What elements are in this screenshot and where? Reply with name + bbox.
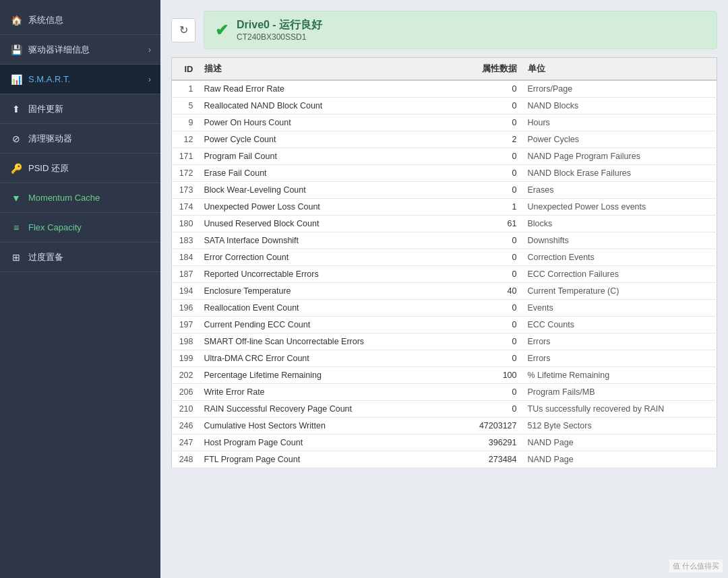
table-row: 248FTL Program Page Count273484NAND Page bbox=[172, 451, 717, 468]
main-content: ↻ ✔ Drive0 - 运行良好 CT240BX300SSD1 ID 描述 属… bbox=[160, 0, 728, 578]
cell-id: 194 bbox=[172, 283, 199, 300]
table-row: 198SMART Off-line Scan Uncorrectable Err… bbox=[172, 333, 717, 350]
chevron-right-icon: › bbox=[148, 45, 151, 55]
table-row: 12Power Cycle Count2Power Cycles bbox=[172, 131, 717, 148]
table-row: 206Write Error Rate0Program Fails/MB bbox=[172, 384, 717, 401]
sidebar-icon-driver-details: 💾 bbox=[9, 44, 23, 55]
table-row: 184Error Correction Count0Correction Eve… bbox=[172, 249, 717, 266]
cell-desc: Block Wear-Leveling Count bbox=[199, 182, 455, 199]
sidebar-icon-over-provision: ⊞ bbox=[9, 252, 23, 263]
cell-unit: Hours bbox=[522, 115, 717, 131]
cell-value: 0 bbox=[455, 317, 522, 333]
sidebar-icon-smart: 📊 bbox=[9, 74, 23, 85]
cell-value: 0 bbox=[455, 249, 522, 266]
cell-desc: Host Program Page Count bbox=[199, 435, 455, 451]
cell-value: 0 bbox=[455, 182, 522, 199]
sidebar-label-driver-details: 驱动器详细信息 bbox=[28, 44, 148, 56]
drive-model: CT240BX300SSD1 bbox=[237, 32, 322, 42]
smart-table: ID 描述 属性数据 单位 1Raw Read Error Rate0Error… bbox=[171, 57, 717, 468]
cell-desc: Program Fail Count bbox=[199, 148, 455, 165]
sidebar-label-flex-capacity: Flex Capacity bbox=[28, 222, 151, 232]
cell-desc: SATA Interface Downshift bbox=[199, 232, 455, 249]
cell-value: 0 bbox=[455, 115, 522, 131]
cell-id: 174 bbox=[172, 199, 199, 216]
cell-unit: Program Fails/MB bbox=[522, 384, 717, 401]
table-row: 171Program Fail Count0NAND Page Program … bbox=[172, 148, 717, 165]
cell-value: 0 bbox=[455, 148, 522, 165]
sidebar: 🏠系统信息💾驱动器详细信息›📊S.M.A.R.T.›⬆固件更新⊘清理驱动器🔑PS… bbox=[0, 0, 160, 578]
cell-id: 246 bbox=[172, 418, 199, 435]
cell-id: 187 bbox=[172, 266, 199, 283]
cell-value: 0 bbox=[455, 401, 522, 418]
cell-unit: NAND Block Erase Failures bbox=[522, 165, 717, 182]
cell-unit: NAND Page bbox=[522, 451, 717, 468]
sidebar-item-smart[interactable]: 📊S.M.A.R.T.› bbox=[0, 65, 160, 94]
chevron-right-icon: › bbox=[148, 75, 151, 84]
cell-unit: Unexpected Power Loss events bbox=[522, 199, 717, 216]
cell-id: 184 bbox=[172, 249, 199, 266]
cell-value: 0 bbox=[455, 98, 522, 115]
cell-unit: Power Cycles bbox=[522, 131, 717, 148]
table-row: 172Erase Fail Count0NAND Block Erase Fai… bbox=[172, 165, 717, 182]
cell-id: 172 bbox=[172, 165, 199, 182]
cell-desc: Reported Uncorrectable Errors bbox=[199, 266, 455, 283]
sidebar-item-momentum-cache[interactable]: ▼Momentum Cache bbox=[0, 183, 160, 213]
sidebar-icon-firmware: ⬆ bbox=[9, 104, 23, 115]
table-header: ID 描述 属性数据 单位 bbox=[172, 58, 717, 81]
cell-unit: Downshifts bbox=[522, 232, 717, 249]
sidebar-item-over-provision[interactable]: ⊞过度置备 bbox=[0, 243, 160, 272]
table-row: 194Enclosure Temperature40Current Temper… bbox=[172, 283, 717, 300]
cell-unit: NAND Page Program Failures bbox=[522, 148, 717, 165]
cell-value: 61 bbox=[455, 216, 522, 232]
sidebar-label-momentum-cache: Momentum Cache bbox=[28, 193, 151, 203]
drive-status-title: Drive0 - 运行良好 bbox=[237, 18, 322, 32]
status-check-icon: ✔ bbox=[215, 21, 229, 40]
cell-unit: ECC Correction Failures bbox=[522, 266, 717, 283]
sidebar-item-psid[interactable]: 🔑PSID 还原 bbox=[0, 154, 160, 183]
cell-unit: NAND Blocks bbox=[522, 98, 717, 115]
cell-value: 273484 bbox=[455, 451, 522, 468]
cell-value: 0 bbox=[455, 232, 522, 249]
cell-desc: Unused Reserved Block Count bbox=[199, 216, 455, 232]
cell-desc: Current Pending ECC Count bbox=[199, 317, 455, 333]
col-val: 属性数据 bbox=[455, 58, 522, 81]
cell-value: 47203127 bbox=[455, 418, 522, 435]
sidebar-item-firmware[interactable]: ⬆固件更新 bbox=[0, 94, 160, 124]
cell-desc: Percentage Lifetime Remaining bbox=[199, 367, 455, 384]
cell-id: 198 bbox=[172, 333, 199, 350]
sidebar-item-flex-capacity[interactable]: ≡Flex Capacity bbox=[0, 213, 160, 243]
header-bar: ↻ ✔ Drive0 - 运行良好 CT240BX300SSD1 bbox=[171, 11, 717, 49]
refresh-button[interactable]: ↻ bbox=[171, 18, 195, 42]
table-row: 183SATA Interface Downshift0Downshifts bbox=[172, 232, 717, 249]
status-text: Drive0 - 运行良好 CT240BX300SSD1 bbox=[237, 18, 322, 42]
table-row: 5Reallocated NAND Block Count0NAND Block… bbox=[172, 98, 717, 115]
cell-value: 0 bbox=[455, 266, 522, 283]
cell-id: 5 bbox=[172, 98, 199, 115]
sidebar-item-driver-details[interactable]: 💾驱动器详细信息› bbox=[0, 35, 160, 65]
cell-id: 171 bbox=[172, 148, 199, 165]
cell-unit: Current Temperature (C) bbox=[522, 283, 717, 300]
cell-id: 202 bbox=[172, 367, 199, 384]
table-row: 202Percentage Lifetime Remaining100% Lif… bbox=[172, 367, 717, 384]
cell-desc: Unexpected Power Loss Count bbox=[199, 199, 455, 216]
cell-value: 0 bbox=[455, 300, 522, 317]
cell-unit: NAND Page bbox=[522, 435, 717, 451]
cell-desc: Enclosure Temperature bbox=[199, 283, 455, 300]
sidebar-item-clean-drive[interactable]: ⊘清理驱动器 bbox=[0, 124, 160, 154]
cell-desc: Error Correction Count bbox=[199, 249, 455, 266]
table-row: 174Unexpected Power Loss Count1Unexpecte… bbox=[172, 199, 717, 216]
table-body: 1Raw Read Error Rate0Errors/Page5Realloc… bbox=[172, 80, 717, 468]
cell-id: 197 bbox=[172, 317, 199, 333]
cell-desc: Ultra-DMA CRC Error Count bbox=[199, 350, 455, 367]
sidebar-icon-flex-capacity: ≡ bbox=[9, 222, 23, 233]
cell-unit: Blocks bbox=[522, 216, 717, 232]
cell-value: 0 bbox=[455, 333, 522, 350]
table-row: 196Reallocation Event Count0Events bbox=[172, 300, 717, 317]
cell-desc: SMART Off-line Scan Uncorrectable Errors bbox=[199, 333, 455, 350]
table-row: 210RAIN Successful Recovery Page Count0T… bbox=[172, 401, 717, 418]
sidebar-icon-clean-drive: ⊘ bbox=[9, 133, 23, 144]
sidebar-item-system-info[interactable]: 🏠系统信息 bbox=[0, 5, 160, 35]
table-row: 199Ultra-DMA CRC Error Count0Errors bbox=[172, 350, 717, 367]
cell-unit: Errors bbox=[522, 350, 717, 367]
cell-id: 183 bbox=[172, 232, 199, 249]
